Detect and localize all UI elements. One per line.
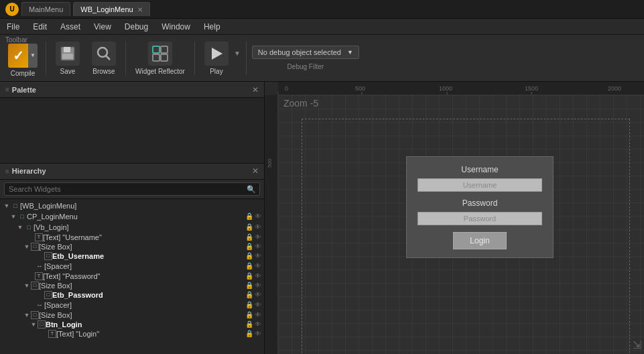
tree-arrow-icon: ▼ (9, 213, 17, 220)
eye-icon[interactable]: 👁 (255, 291, 261, 298)
ruler-mark-1000: 1000 (439, 85, 452, 92)
debug-object-value: No debug object selected (258, 48, 341, 56)
tree-item-label: Etb_Username (52, 252, 245, 260)
lock-icon[interactable]: 🔒 (245, 252, 253, 259)
tree-item-etb-password[interactable]: □ Etb_Password 🔒 👁 (0, 290, 264, 300)
eye-icon[interactable]: 👁 (255, 223, 261, 231)
menu-edit[interactable]: Edit (26, 19, 54, 34)
eye-icon[interactable]: 👁 (255, 311, 261, 318)
resize-handle-icon[interactable]: ⇲ (633, 339, 641, 351)
menu-debug[interactable]: Debug (118, 19, 155, 34)
tree-item-label: [Spacer] (44, 301, 245, 309)
lock-icon[interactable]: 🔒 (245, 262, 253, 270)
tab-mainmenu[interactable]: MainMenu (21, 2, 70, 16)
eye-icon[interactable]: 👁 (255, 252, 261, 259)
tree-arrow-icon: ▼ (3, 202, 11, 209)
tree-item-actions: 🔒 👁 (245, 243, 264, 250)
svg-rect-8 (161, 54, 168, 61)
tree-item-icon: ↔ (35, 261, 44, 271)
tree-item-actions: 🔒 👁 (245, 330, 264, 337)
svg-point-3 (98, 48, 107, 57)
debug-object-select[interactable]: No debug object selected ▼ (252, 46, 359, 59)
menu-bar: File Edit Asset View Debug Window Help (0, 19, 644, 35)
lock-icon[interactable]: 🔒 (245, 223, 253, 231)
tree-item-size-box-2[interactable]: ▼ □ [Size Box] 🔒 👁 (0, 281, 264, 290)
tree-item-label: [Text] "Login" (56, 330, 245, 338)
lock-icon[interactable]: 🔒 (245, 311, 253, 318)
play-button[interactable]: Play (200, 40, 233, 76)
lock-icon[interactable]: 🔒 (245, 272, 253, 280)
play-dropdown-icon[interactable]: ▼ (234, 50, 241, 57)
lock-icon[interactable]: 🔒 (245, 301, 253, 308)
eye-icon[interactable]: 👁 (255, 262, 261, 270)
tree-item-icon: □ (31, 311, 39, 319)
tree-item-size-box-3[interactable]: ▼ □ [Size Box] 🔒 👁 (0, 310, 264, 320)
tree-item-size-box-1[interactable]: ▼ □ [Size Box] 🔒 👁 (0, 242, 264, 251)
menu-window[interactable]: Window (155, 19, 197, 34)
tree-item-actions: 🔒 👁 (245, 282, 264, 289)
tree-item-icon: T (35, 272, 43, 280)
search-icon: 🔍 (247, 184, 256, 193)
menu-asset[interactable]: Asset (54, 19, 87, 34)
tree-item-etb-username[interactable]: □ Etb_Username 🔒 👁 (0, 251, 264, 261)
tab-close-icon[interactable]: ✕ (137, 6, 143, 13)
username-input-display: Username (417, 178, 542, 192)
tree-item-cp-login-menu[interactable]: ▼ □ CP_LoginMenu 🔒 👁 (0, 211, 264, 222)
menu-file[interactable]: File (0, 19, 26, 34)
palette-close-icon[interactable]: ✕ (252, 85, 259, 95)
compile-dropdown-icon[interactable]: ▼ (28, 44, 38, 68)
tree-item-label: [Text] "Username" (43, 233, 245, 241)
svg-rect-7 (153, 54, 159, 61)
eye-icon[interactable]: 👁 (255, 330, 261, 337)
lock-icon[interactable]: 🔒 (245, 213, 253, 220)
browse-button[interactable]: Browse (88, 40, 120, 76)
tree-item-text-username[interactable]: T [Text] "Username" 🔒 👁 (0, 233, 264, 242)
eye-icon[interactable]: 👁 (255, 233, 261, 241)
tree-item-spacer-1[interactable]: ↔ [Spacer] 🔒 👁 (0, 261, 264, 272)
eye-icon[interactable]: 👁 (255, 272, 261, 280)
search-input[interactable] (4, 182, 260, 196)
login-button[interactable]: Login (453, 232, 506, 249)
tree-item-btn-login[interactable]: ▼ □ Btn_Login 🔒 👁 (0, 320, 264, 329)
eye-icon[interactable]: 👁 (255, 213, 261, 220)
tree-item-wb-login-menu[interactable]: ▼ □ [WB_LoginMenu] (0, 200, 264, 211)
tree-item-text-password[interactable]: T [Text] "Password" 🔒 👁 (0, 272, 264, 281)
tree-item-actions: 🔒 👁 (245, 213, 264, 220)
lock-icon[interactable]: 🔒 (245, 233, 253, 241)
save-button[interactable]: Save (52, 40, 84, 76)
tree-item-label: [Spacer] (44, 262, 245, 270)
play-label: Play (210, 68, 222, 75)
eye-icon[interactable]: 👁 (255, 301, 261, 308)
canvas-area[interactable]: 0 500 1000 1500 2000 500 1000 Zoom -5 (265, 82, 644, 354)
debug-dropdown-container: No debug object selected ▼ Debug Filter (252, 46, 359, 70)
tree-item-spacer-2[interactable]: ↔ [Spacer] 🔒 👁 (0, 300, 264, 310)
password-label: Password (417, 198, 542, 208)
tree-arrow-icon: ▼ (29, 321, 38, 328)
tree-item-label: [Vb_Login] (34, 223, 245, 231)
tree-item-icon: □ (38, 320, 46, 329)
widget-reflector-button[interactable]: Widget Reflector (131, 40, 189, 76)
eye-icon[interactable]: 👁 (255, 320, 261, 328)
lock-icon[interactable]: 🔒 (245, 320, 253, 328)
tree-item-icon: □ (44, 291, 52, 299)
tree-item-label: [Size Box] (39, 282, 245, 290)
zoom-label: Zoom -5 (283, 98, 318, 109)
play-button-group[interactable]: Play ▼ (200, 40, 241, 76)
tree-item-vb-login[interactable]: ▼ □ [Vb_Login] 🔒 👁 (0, 222, 264, 233)
palette-collapse-icon[interactable]: ≡ (5, 86, 9, 93)
menu-help[interactable]: Help (197, 19, 227, 34)
hierarchy-collapse-icon[interactable]: ≡ (5, 168, 9, 175)
lock-icon[interactable]: 🔒 (245, 291, 253, 298)
tab-wb-loginmenu[interactable]: WB_LoginMenu ✕ (73, 2, 149, 16)
lock-icon[interactable]: 🔒 (245, 243, 253, 250)
lock-icon[interactable]: 🔒 (245, 282, 253, 289)
compile-button[interactable]: ✓ ▼ Compile (5, 42, 40, 78)
menu-view[interactable]: View (87, 19, 118, 34)
toolbar-divider-1 (46, 42, 46, 75)
hierarchy-close-icon[interactable]: ✕ (252, 166, 259, 176)
svg-rect-5 (153, 46, 159, 53)
tree-item-text-login[interactable]: T [Text] "Login" 🔒 👁 (0, 329, 264, 339)
lock-icon[interactable]: 🔒 (245, 330, 253, 337)
eye-icon[interactable]: 👁 (255, 243, 261, 250)
eye-icon[interactable]: 👁 (255, 282, 261, 289)
